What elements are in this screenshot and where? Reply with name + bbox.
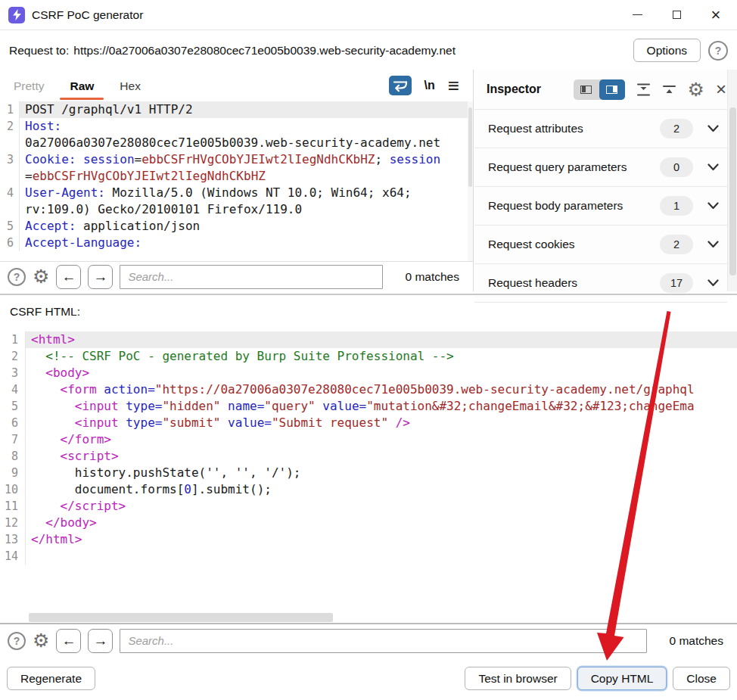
code-line: 6 <input type="submit" value="Submit req… — [0, 415, 737, 431]
test-in-browser-button[interactable]: Test in browser — [465, 667, 571, 690]
code-line: 7 </form> — [0, 431, 737, 448]
code-line: 14 — [0, 548, 737, 565]
inspector-layout-toggle — [574, 79, 625, 100]
inspector-scrollbar[interactable] — [727, 70, 737, 291]
request-search-input[interactable] — [120, 265, 383, 289]
chevron-down-icon — [707, 241, 719, 248]
code-line: 2Host: — [0, 118, 473, 135]
expanded-layout-button[interactable] — [599, 79, 625, 100]
count-badge: 2 — [660, 235, 693, 254]
expand-all-icon[interactable] — [636, 83, 651, 96]
count-badge: 0 — [660, 157, 693, 177]
csrf-html-label: CSRF HTML: — [10, 305, 80, 319]
inspector-section-label: Request body parameters — [488, 199, 623, 213]
html-editor-hscrollbar[interactable] — [0, 612, 737, 623]
inspector-section[interactable]: Request query parameters0 — [474, 148, 727, 187]
html-search-help-icon[interactable]: ? — [8, 632, 26, 650]
code-line: 6Accept-Language: — [0, 235, 473, 251]
code-line: 2 <!-- CSRF PoC - generated by Burp Suit… — [0, 348, 737, 365]
code-line: 5 <input type="hidden" name="query" valu… — [0, 398, 737, 415]
request-editor-scrollbar[interactable] — [468, 101, 473, 261]
inspector-close-icon[interactable]: × — [716, 80, 726, 98]
code-line: 11 </script> — [0, 498, 737, 515]
request-search-match-count: 0 matches — [390, 270, 465, 284]
html-search-next-button[interactable]: → — [88, 629, 113, 653]
request-editor[interactable]: 1POST /graphql/v1 HTTP/22Host:0a27006a03… — [0, 101, 473, 261]
inspector-section[interactable]: Request cookies2 — [474, 226, 727, 264]
request-url: https://0a27006a0307e28080cec71e005b0039… — [73, 44, 456, 58]
search-help-icon[interactable]: ? — [8, 268, 26, 286]
tab-hex[interactable]: Hex — [120, 72, 141, 100]
inspector-section-label: Request query parameters — [488, 160, 627, 174]
code-line: 8 <script> — [0, 448, 737, 465]
code-line: 1<html> — [0, 331, 737, 348]
code-line: 13</html> — [0, 531, 737, 548]
search-next-button[interactable]: → — [88, 265, 113, 289]
lightning-app-icon — [8, 7, 25, 23]
code-line: 3Cookie: session=ebbCSFrHVgCObYJEIwt2lIe… — [0, 151, 473, 168]
panel-divider — [0, 294, 737, 295]
regenerate-button[interactable]: Regenerate — [7, 667, 95, 690]
search-prev-button[interactable]: ← — [56, 265, 81, 289]
inspector-section-label: Request cookies — [488, 238, 575, 251]
help-icon[interactable]: ? — [708, 41, 728, 61]
options-button[interactable]: Options — [633, 39, 701, 62]
html-search-bar: ? ⚙ ← → 0 matches — [0, 624, 737, 657]
csrf-html-editor[interactable]: 1<html>2 <!-- CSRF PoC - generated by Bu… — [0, 325, 737, 624]
close-window-button[interactable]: × — [710, 9, 722, 21]
inspector-header: Inspector ⚙ × — [474, 70, 737, 109]
code-line: 3 <body> — [0, 365, 737, 381]
html-search-prev-button[interactable]: ← — [56, 629, 81, 653]
inspector-section[interactable]: Request headers17 — [474, 264, 727, 303]
tab-raw[interactable]: Raw — [70, 72, 94, 100]
show-newlines-toggle[interactable]: \n — [424, 79, 435, 92]
editor-menu-icon[interactable]: ≡ — [448, 78, 459, 93]
inspector-section-label: Request attributes — [488, 122, 583, 135]
inspector-settings-gear-icon[interactable]: ⚙ — [688, 80, 704, 99]
code-line: 12 </body> — [0, 515, 737, 531]
html-search-settings-gear-icon[interactable]: ⚙ — [33, 631, 49, 650]
inspector-title: Inspector — [487, 82, 541, 96]
request-panel: Pretty Raw Hex \n ≡ 1POST /graphql/v1 HT… — [0, 70, 737, 291]
code-line: 0a27006a0307e28080cec71e005b0039.web-sec… — [0, 135, 473, 151]
docked-layout-button[interactable] — [574, 79, 599, 100]
close-button[interactable]: Close — [673, 667, 730, 690]
code-line: 5Accept: application/json — [0, 218, 473, 235]
inspector-sections: Request attributes2Request query paramet… — [474, 109, 727, 303]
search-settings-gear-icon[interactable]: ⚙ — [33, 267, 49, 286]
window-controls: × — [631, 9, 737, 21]
request-viewer-pane: Pretty Raw Hex \n ≡ 1POST /graphql/v1 HT… — [0, 70, 474, 291]
request-search-bar: ? ⚙ ← → 0 matches — [0, 261, 473, 291]
inspector-section[interactable]: Request body parameters1 — [474, 187, 727, 226]
code-line: rv:109.0) Gecko/20100101 Firefox/119.0 — [0, 201, 473, 218]
chevron-down-icon — [707, 163, 719, 171]
chevron-down-icon — [707, 202, 719, 210]
code-line: 1POST /graphql/v1 HTTP/2 — [0, 101, 473, 118]
count-badge: 17 — [660, 273, 693, 293]
inspector-section-label: Request headers — [488, 276, 577, 290]
code-line: =ebbCSFrHVgCObYJEIwt2lIegNdhCKbHZ — [0, 168, 473, 185]
editor-tab-bar: Pretty Raw Hex \n ≡ — [0, 70, 473, 101]
html-search-input[interactable] — [120, 629, 647, 653]
word-wrap-toggle-icon[interactable] — [389, 76, 412, 95]
collapse-all-icon[interactable] — [662, 83, 676, 96]
inspector-panel: Inspector ⚙ × Request attrib — [474, 70, 737, 291]
code-line: 9 history.pushState('', '', '/'); — [0, 465, 737, 481]
editor-toolbar-icons: \n ≡ — [389, 76, 473, 95]
footer-button-bar: Regenerate Test in browser Copy HTML Clo… — [0, 657, 737, 700]
code-line: 4User-Agent: Mozilla/5.0 (Windows NT 10.… — [0, 185, 473, 201]
code-line: 10 document.forms[0].submit(); — [0, 481, 737, 498]
window-title: CSRF PoC generator — [32, 8, 143, 22]
request-to-bar: Request to: https://0a27006a0307e28080ce… — [0, 31, 737, 70]
copy-html-button[interactable]: Copy HTML — [577, 667, 667, 690]
request-to-label: Request to: — [9, 44, 69, 58]
inspector-section[interactable]: Request attributes2 — [474, 110, 727, 148]
maximize-button[interactable] — [670, 9, 683, 21]
minimize-button[interactable] — [631, 9, 643, 21]
title-bar: CSRF PoC generator × — [0, 0, 737, 30]
count-badge: 2 — [660, 119, 693, 138]
tab-pretty[interactable]: Pretty — [14, 72, 44, 100]
chevron-down-icon — [707, 125, 719, 132]
html-search-match-count: 0 matches — [654, 634, 729, 648]
code-line: 4 <form action="https://0a27006a0307e280… — [0, 381, 737, 398]
